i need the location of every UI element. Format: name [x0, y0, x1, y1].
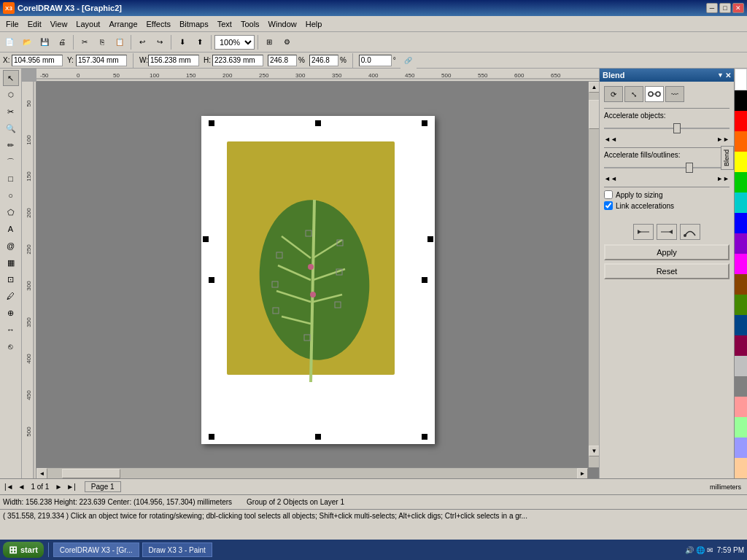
blend-tab-1[interactable]: ⟳: [604, 86, 623, 102]
angle-input[interactable]: [359, 55, 392, 66]
link-accelerations-checkbox[interactable]: [604, 201, 613, 210]
color-black[interactable]: [735, 90, 747, 111]
snap-button[interactable]: ⊞: [261, 34, 277, 50]
color-magenta[interactable]: [735, 254, 747, 274]
eyedropper-tool[interactable]: 🖊: [3, 288, 19, 304]
apply-button[interactable]: Apply: [604, 244, 729, 260]
handle-bc[interactable]: [315, 434, 321, 440]
start-button[interactable]: ⊞ start: [3, 542, 44, 558]
pct1-input[interactable]: [268, 55, 297, 66]
menu-window[interactable]: Window: [264, 18, 301, 30]
close-button[interactable]: ✕: [732, 3, 744, 13]
select-tool[interactable]: ↖: [3, 70, 19, 86]
menu-layout[interactable]: Layout: [71, 18, 104, 30]
arrow-right-2[interactable]: ►►: [716, 175, 729, 182]
handle-tl[interactable]: [209, 120, 214, 126]
menu-text[interactable]: Text: [213, 18, 236, 30]
next-page-button[interactable]: ►: [53, 483, 63, 491]
blend-tab-4[interactable]: 〰: [665, 86, 684, 102]
color-olive[interactable]: [735, 295, 747, 315]
freehand-tool[interactable]: ✏: [3, 137, 19, 153]
menu-bitmaps[interactable]: Bitmaps: [175, 18, 213, 30]
options-button[interactable]: ⚙: [279, 34, 295, 50]
handle-ml[interactable]: [209, 277, 214, 283]
blend-collapse-button[interactable]: ▼: [717, 71, 724, 79]
zoom-select[interactable]: 100% 75% 50% 150%: [214, 35, 255, 50]
redo-button[interactable]: ↪: [152, 34, 168, 50]
horizontal-scrollbar[interactable]: ◄ ►: [36, 467, 588, 478]
handle-bl[interactable]: [209, 434, 214, 440]
color-orange[interactable]: [735, 131, 747, 152]
color-purple[interactable]: [735, 233, 747, 254]
blend-interactive[interactable]: ↔: [3, 322, 19, 338]
menu-arrange[interactable]: Arrange: [104, 18, 142, 30]
w-input[interactable]: [148, 55, 199, 66]
color-maroon[interactable]: [735, 335, 747, 356]
transform-tool[interactable]: ⊕: [3, 305, 19, 321]
slider-thumb-2[interactable]: [686, 163, 693, 173]
reset-button[interactable]: Reset: [604, 263, 729, 279]
scroll-left-button[interactable]: ◄: [36, 468, 47, 479]
open-button[interactable]: 📂: [19, 34, 35, 50]
color-green[interactable]: [735, 172, 747, 192]
export-button[interactable]: ⬆: [192, 34, 208, 50]
smart-draw-tool[interactable]: ⌒: [3, 154, 19, 170]
color-lightgreen[interactable]: [735, 417, 747, 438]
taskbar-item-coreldraw[interactable]: CorelDRAW X3 - [Gr...: [53, 542, 139, 557]
y-input[interactable]: [76, 55, 127, 66]
rectangle-tool[interactable]: □: [3, 171, 19, 187]
blend-side-tab[interactable]: Blend: [721, 146, 734, 170]
zoom-tool[interactable]: 🔍: [3, 120, 19, 136]
taskbar-item-paint[interactable]: Draw X3 3 - Paint: [142, 542, 212, 557]
scroll-right-button[interactable]: ►: [577, 468, 588, 479]
menu-file[interactable]: File: [1, 18, 23, 30]
color-white[interactable]: [735, 69, 747, 90]
color-indicator[interactable]: [718, 497, 729, 508]
slider-thumb-1[interactable]: [673, 123, 681, 133]
spiral-tool[interactable]: @: [3, 238, 19, 254]
color-brown[interactable]: [735, 274, 747, 295]
menu-edit[interactable]: Edit: [23, 18, 46, 30]
canvas-background[interactable]: [36, 82, 599, 478]
fill-tool[interactable]: ▦: [3, 254, 19, 271]
scroll-down-button[interactable]: ▼: [589, 446, 599, 456]
handle-mr[interactable]: [422, 277, 427, 283]
color-red[interactable]: [735, 111, 747, 131]
x-input[interactable]: [12, 55, 63, 66]
color-gray[interactable]: [735, 376, 747, 397]
status-icon-2[interactable]: [732, 497, 744, 508]
color-cyan[interactable]: [735, 192, 747, 213]
handle-br[interactable]: [422, 434, 427, 440]
h-input[interactable]: [212, 55, 263, 66]
handle-tc[interactable]: [315, 120, 321, 126]
polygon-tool[interactable]: ⬠: [3, 204, 19, 220]
color-blue[interactable]: [735, 213, 747, 233]
scroll-thumb-v[interactable]: [589, 100, 599, 129]
handle-side-r[interactable]: [427, 236, 433, 242]
arrow-left-2[interactable]: ◄◄: [604, 175, 617, 182]
last-page-button[interactable]: ►|: [65, 483, 77, 491]
shape-tool[interactable]: ⬡: [3, 87, 19, 103]
page-name[interactable]: Page 1: [85, 481, 121, 492]
menu-view[interactable]: View: [46, 18, 72, 30]
cut-button[interactable]: ✂: [77, 34, 93, 50]
color-silver[interactable]: [735, 356, 747, 376]
outline-tool[interactable]: ⊡: [3, 271, 19, 287]
text-tool[interactable]: A: [3, 221, 19, 237]
vertical-scrollbar[interactable]: ▲ ▼: [588, 82, 599, 467]
print-button[interactable]: 🖨: [54, 34, 70, 50]
menu-help[interactable]: Help: [301, 18, 327, 30]
pct2-input[interactable]: [309, 55, 338, 66]
scroll-thumb-h[interactable]: [62, 469, 120, 478]
color-lavender[interactable]: [735, 438, 747, 458]
canvas-area[interactable]: -50 0 50 100 150 200 250 300 350 400 450…: [22, 69, 599, 478]
blend-close-button[interactable]: ✕: [725, 71, 731, 79]
first-page-button[interactable]: |◄: [3, 483, 15, 491]
new-button[interactable]: 📄: [1, 34, 18, 50]
accel-fills-slider[interactable]: [604, 162, 729, 174]
accel-objects-slider[interactable]: [604, 122, 729, 134]
import-button[interactable]: ⬇: [174, 34, 190, 50]
arrow-right-1[interactable]: ►►: [716, 136, 729, 143]
color-yellow[interactable]: [735, 152, 747, 172]
maximize-button[interactable]: □: [719, 3, 731, 13]
